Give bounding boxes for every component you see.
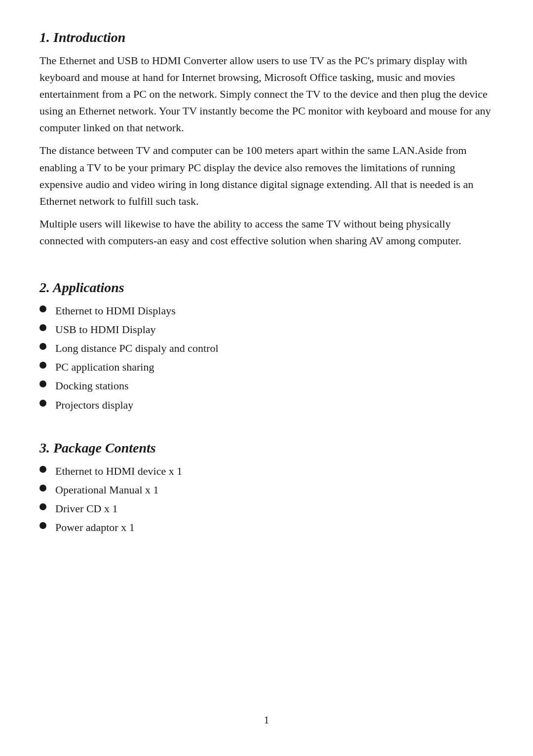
- package-item-1: Ethernet to HDMI device x 1: [55, 463, 182, 480]
- intro-paragraph-2: The distance between TV and computer can…: [39, 142, 494, 209]
- list-item: Operational Manual x 1: [39, 482, 494, 498]
- application-item-2: USB to HDMI Display: [55, 321, 156, 338]
- list-item: Projectors display: [39, 397, 494, 414]
- section-introduction-body: The Ethernet and USB to HDMI Converter a…: [39, 52, 494, 249]
- package-item-3: Driver CD x 1: [55, 500, 117, 517]
- list-item: Docking stations: [39, 378, 494, 394]
- intro-paragraph-1: The Ethernet and USB to HDMI Converter a…: [39, 52, 494, 136]
- list-item: PC application sharing: [39, 359, 494, 376]
- application-item-6: Projectors display: [55, 397, 133, 414]
- package-item-4: Power adaptor x 1: [55, 519, 135, 536]
- bullet-dot-icon: [39, 522, 46, 529]
- bullet-dot-icon: [39, 380, 46, 387]
- section-introduction: 1. Introduction The Ethernet and USB to …: [39, 30, 494, 255]
- bullet-dot-icon: [39, 324, 46, 331]
- bullet-dot-icon: [39, 362, 46, 369]
- section-applications: 2. Applications Ethernet to HDMI Display…: [39, 280, 494, 416]
- bullet-dot-icon: [39, 400, 46, 407]
- page-number: 1: [264, 714, 269, 726]
- page-footer: 1: [39, 704, 494, 726]
- list-item: Power adaptor x 1: [39, 519, 494, 536]
- bullet-dot-icon: [39, 466, 46, 473]
- page-content: 1. Introduction The Ethernet and USB to …: [39, 30, 494, 726]
- application-item-4: PC application sharing: [55, 359, 154, 376]
- list-item: Ethernet to HDMI Displays: [39, 302, 494, 319]
- package-contents-list: Ethernet to HDMI device x 1 Operational …: [39, 463, 494, 536]
- section-package-contents-title: 3. Package Contents: [39, 440, 494, 456]
- section-package-contents: 3. Package Contents Ethernet to HDMI dev…: [39, 440, 494, 538]
- application-item-5: Docking stations: [55, 378, 129, 394]
- bullet-dot-icon: [39, 305, 46, 312]
- list-item: Ethernet to HDMI device x 1: [39, 463, 494, 480]
- list-item: Driver CD x 1: [39, 500, 494, 517]
- list-item: Long distance PC dispaly and control: [39, 340, 494, 357]
- applications-list: Ethernet to HDMI Displays USB to HDMI Di…: [39, 302, 494, 414]
- bullet-dot-icon: [39, 343, 46, 350]
- application-item-1: Ethernet to HDMI Displays: [55, 302, 176, 319]
- application-item-3: Long distance PC dispaly and control: [55, 340, 219, 357]
- list-item: USB to HDMI Display: [39, 321, 494, 338]
- section-applications-title: 2. Applications: [39, 280, 494, 296]
- bullet-dot-icon: [39, 485, 46, 491]
- bullet-dot-icon: [39, 503, 46, 510]
- section-introduction-title: 1. Introduction: [39, 30, 494, 45]
- package-item-2: Operational Manual x 1: [55, 482, 159, 498]
- intro-paragraph-3: Multiple users will likewise to have the…: [39, 216, 494, 249]
